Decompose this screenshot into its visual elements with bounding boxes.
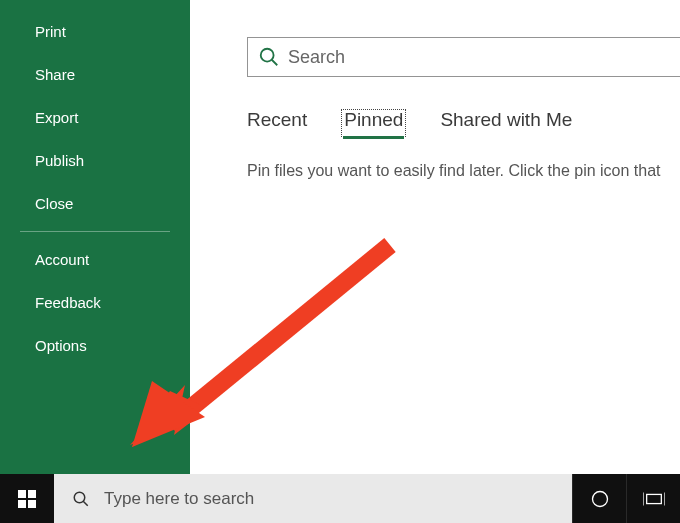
svg-line-1 bbox=[272, 60, 278, 66]
task-view-button[interactable] bbox=[626, 474, 680, 523]
svg-point-7 bbox=[592, 491, 607, 506]
backstage-sidebar: Print Share Export Publish Close Account… bbox=[0, 0, 190, 474]
sidebar-item-export[interactable]: Export bbox=[0, 96, 190, 139]
task-view-icon bbox=[643, 489, 665, 509]
tab-shared-with-me[interactable]: Shared with Me bbox=[440, 109, 572, 137]
sidebar-item-options[interactable]: Options bbox=[0, 324, 190, 367]
sidebar-item-account[interactable]: Account bbox=[0, 238, 190, 281]
search-box[interactable] bbox=[247, 37, 680, 77]
tab-pinned[interactable]: Pinned bbox=[341, 109, 406, 137]
sidebar-item-close[interactable]: Close bbox=[0, 182, 190, 225]
sidebar-item-feedback[interactable]: Feedback bbox=[0, 281, 190, 324]
tab-recent[interactable]: Recent bbox=[247, 109, 307, 137]
search-icon bbox=[258, 46, 280, 68]
windows-taskbar: Type here to search bbox=[0, 474, 680, 523]
pinned-empty-message: Pin files you want to easily find later.… bbox=[247, 162, 680, 180]
sidebar-item-share[interactable]: Share bbox=[0, 53, 190, 96]
cortana-icon bbox=[590, 489, 610, 509]
sidebar-divider bbox=[20, 231, 170, 232]
start-button[interactable] bbox=[0, 474, 54, 523]
app-window: Print Share Export Publish Close Account… bbox=[0, 0, 680, 523]
taskbar-search-placeholder: Type here to search bbox=[104, 489, 254, 509]
tabs-row: Recent Pinned Shared with Me bbox=[247, 109, 572, 137]
svg-point-0 bbox=[261, 49, 274, 62]
svg-point-5 bbox=[74, 492, 85, 503]
search-icon bbox=[72, 490, 90, 508]
search-input[interactable] bbox=[288, 47, 680, 68]
sidebar-item-publish[interactable]: Publish bbox=[0, 139, 190, 182]
taskbar-search[interactable]: Type here to search bbox=[54, 474, 572, 523]
windows-logo-icon bbox=[18, 490, 36, 508]
cortana-button[interactable] bbox=[572, 474, 626, 523]
backstage-main: Recent Pinned Shared with Me Pin files y… bbox=[190, 0, 680, 474]
sidebar-item-print[interactable]: Print bbox=[0, 10, 190, 53]
svg-line-6 bbox=[83, 501, 88, 506]
svg-rect-8 bbox=[646, 494, 661, 503]
